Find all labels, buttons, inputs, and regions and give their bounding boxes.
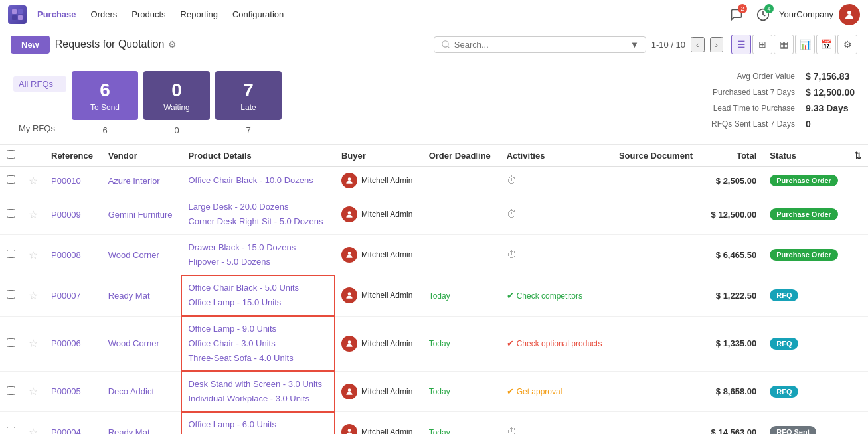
view-calendar-btn[interactable]: 📅 [816,35,836,54]
buyer-name: Mitchell Admin [361,210,412,219]
row-checkbox[interactable] [7,427,15,434]
col-vendor[interactable]: Vendor [102,145,182,167]
row-product-details[interactable]: Office Lamp - 9.0 UnitsOffice Chair - 3.… [181,316,335,371]
row-status: RFQ [763,316,847,371]
new-button[interactable]: New [11,36,50,54]
col-source-document[interactable]: Source Document [612,145,703,167]
app-logo[interactable] [8,5,27,24]
stat-card-waiting[interactable]: 0 Waiting [143,71,210,120]
row-total: $ 2,505.00 [703,167,764,194]
row-activities[interactable]: ⏱ [500,235,612,275]
row-star[interactable]: ☆ [22,235,44,275]
select-all-checkbox[interactable] [7,150,15,159]
row-checkbox-cell [0,275,22,316]
row-checkbox[interactable] [7,290,15,299]
stat-card-late[interactable]: 7 Late [215,71,282,120]
pagination-prev[interactable]: ‹ [691,37,704,52]
row-checkbox[interactable] [7,209,15,218]
row-star[interactable]: ☆ [22,194,44,235]
row-reference[interactable]: P00005 [44,371,102,411]
row-vendor[interactable]: Wood Corner [102,316,182,371]
col-checkbox[interactable] [0,145,22,167]
row-star[interactable]: ☆ [22,412,44,434]
row-reference[interactable]: P00009 [44,194,102,235]
nav-purchase[interactable]: Purchase [31,0,83,29]
row-checkbox[interactable] [7,386,15,395]
row-product-details[interactable]: Large Desk - 20.0 DozensCorner Desk Righ… [181,194,335,235]
row-vendor[interactable]: Wood Corner [102,235,182,275]
row-product-details[interactable]: Drawer Black - 15.0 DozensFlipover - 5.0… [181,235,335,275]
row-product-details[interactable]: Office Chair Black - 10.0 Dozens [181,167,335,194]
col-settings[interactable]: ⇅ [847,145,868,167]
nav-reporting[interactable]: Reporting [174,0,224,29]
stat-card-to-send[interactable]: 6 To Send [72,71,138,120]
nav-orders[interactable]: Orders [84,0,124,29]
row-activities[interactable]: ✔Get approval [500,371,612,411]
view-kanban-btn[interactable]: ⊞ [752,35,772,54]
company-name[interactable]: YourCompany [779,9,833,19]
row-star[interactable]: ☆ [22,275,44,316]
row-reference[interactable]: P00006 [44,316,102,371]
row-buyer: Mitchell Admin [335,371,422,411]
row-reference[interactable]: P00010 [44,167,102,194]
row-activities[interactable]: ⏱ [500,412,612,434]
buyer-name: Mitchell Admin [361,291,412,300]
row-checkbox-cell [0,316,22,371]
col-product-details[interactable]: Product Details [181,145,335,167]
row-vendor[interactable]: Ready Mat [102,275,182,316]
row-vendor[interactable]: Ready Mat [102,412,182,434]
col-order-deadline[interactable]: Order Deadline [422,145,500,167]
row-activities[interactable]: ⏱ [500,167,612,194]
svg-point-11 [348,293,351,296]
row-activities[interactable]: ✔Check competitors [500,275,612,316]
col-activities[interactable]: Activities [500,145,612,167]
status-badge: Purchase Order [770,249,838,261]
row-reference[interactable]: P00007 [44,275,102,316]
view-chart-btn[interactable]: 📊 [795,35,815,54]
view-grid-btn[interactable]: ▦ [774,35,794,54]
row-checkbox[interactable] [7,250,15,258]
row-vendor[interactable]: Azure Interior [102,167,182,194]
search-dropdown-icon[interactable]: ▼ [630,40,639,50]
row-checkbox[interactable] [7,175,15,184]
row-star[interactable]: ☆ [22,371,44,411]
filter-my-rfqs[interactable]: My RFQs [13,121,66,136]
col-status[interactable]: Status [763,145,847,167]
stat-num-late: 7 [228,79,268,102]
col-buyer[interactable]: Buyer [335,145,422,167]
user-avatar[interactable] [839,4,860,25]
row-checkbox[interactable] [7,338,15,347]
row-deadline: Today [422,275,500,316]
row-reference[interactable]: P00004 [44,412,102,434]
view-list-btn[interactable]: ☰ [731,35,751,54]
col-total[interactable]: Total [703,145,764,167]
col-reference[interactable]: Reference [44,145,102,167]
buyer-name: Mitchell Admin [361,387,412,396]
row-star[interactable]: ☆ [22,167,44,194]
messages-icon-btn[interactable]: 2 [726,4,747,25]
row-product-details[interactable]: Desk Stand with Screen - 3.0 UnitsIndivi… [181,371,335,411]
search-input[interactable] [454,40,626,50]
settings-gear-icon[interactable]: ⚙ [168,39,177,50]
row-product-details[interactable]: Office Lamp - 6.0 UnitsFlipover - 5.0 Un… [181,412,335,434]
row-activities[interactable]: ⏱ [500,194,612,235]
row-vendor[interactable]: Deco Addict [102,371,182,411]
row-total: $ 6,465.50 [703,235,764,275]
view-settings-btn[interactable]: ⚙ [837,35,857,54]
row-vendor[interactable]: Gemini Furniture [102,194,182,235]
row-reference[interactable]: P00008 [44,235,102,275]
row-activities[interactable]: ✔Check optional products [500,316,612,371]
row-product-details[interactable]: Office Chair Black - 5.0 UnitsOffice Lam… [181,275,335,316]
nav-configuration[interactable]: Configuration [226,0,290,29]
status-badge: Purchase Order [770,208,838,220]
svg-rect-2 [12,15,17,20]
clock-icon-btn[interactable]: 4 [752,4,774,25]
pagination-next[interactable]: › [710,37,723,52]
row-checkbox-cell [0,194,22,235]
status-badge: RFQ [770,289,798,301]
table-row: ☆P00004Ready MatOffice Lamp - 6.0 UnitsF… [0,412,868,434]
filter-all-rfqs[interactable]: All RFQs [13,76,66,92]
nav-products[interactable]: Products [125,0,172,29]
row-star[interactable]: ☆ [22,316,44,371]
page-title: Requests for Quotation ⚙ [55,38,177,50]
